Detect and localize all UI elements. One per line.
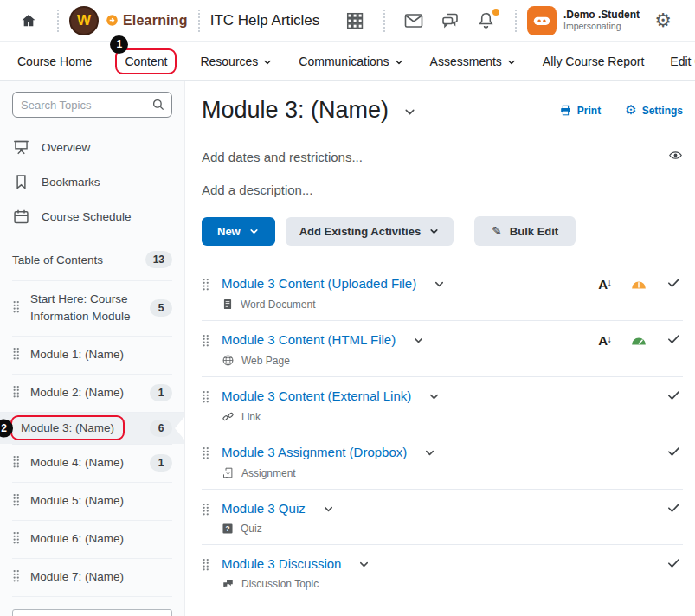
- header-separator: [57, 10, 59, 32]
- drag-handle-icon: [12, 454, 20, 470]
- sidebar-module-module-6-name-[interactable]: Module 6: (Name): [12, 520, 172, 558]
- search-input[interactable]: [12, 92, 172, 118]
- download-alternative-formats-icon[interactable]: A↓: [598, 333, 611, 348]
- sidebar-module-module-3-name-[interactable]: 2Module 3: (Name)6: [0, 412, 184, 444]
- content-item-link[interactable]: Module 3 Content (Uploaded File): [222, 276, 416, 291]
- item-actions-chevron-icon[interactable]: [428, 390, 441, 407]
- add-dates-restrictions[interactable]: Add dates and restrictions...: [202, 150, 363, 164]
- mail-icon[interactable]: [402, 10, 425, 32]
- drag-handle-icon: [202, 502, 209, 517]
- content-item-row: Module 3 DiscussionDiscussion Topic: [202, 545, 683, 600]
- chevron-down-icon: [506, 57, 517, 67]
- item-actions-chevron-icon[interactable]: [322, 503, 335, 519]
- ally-score-gauge-icon: [631, 336, 647, 345]
- title-actions-chevron-icon[interactable]: [402, 105, 417, 123]
- sidebar-module-module-1-name-[interactable]: Module 1: (Name): [12, 336, 172, 374]
- ally-score-gauge-icon: [631, 279, 647, 289]
- course-navbar: Course HomeContent1ResourcesCommunicatio…: [0, 42, 695, 81]
- content-item-link[interactable]: Module 3 Content (HTML File): [222, 332, 396, 347]
- toc-count-badge: 13: [145, 251, 172, 268]
- university-logo[interactable]: W: [69, 6, 99, 35]
- content-type-label: Quiz: [241, 523, 262, 535]
- completion-check-icon: [666, 275, 681, 290]
- completion-check: [666, 555, 681, 574]
- sidebar-module-start-here-course-information-module[interactable]: Start Here: Course Information Module5: [12, 280, 172, 336]
- nav-item-edit-course[interactable]: Edit Course: [670, 55, 695, 68]
- user-avatar-impersonation-icon[interactable]: [527, 6, 557, 35]
- bookmark-icon: [12, 173, 30, 191]
- nav-item-ally-course-report[interactable]: Ally Course Report: [543, 55, 645, 68]
- brand-arrow-icon: [106, 14, 119, 27]
- drag-handle-icon: [202, 277, 209, 292]
- notifications-bell-icon[interactable]: [475, 10, 498, 32]
- sidebar-module-module-7-name-[interactable]: Module 7: (Name): [12, 558, 172, 597]
- new-button[interactable]: New: [202, 217, 275, 246]
- settings-button[interactable]: ⚙ Settings: [625, 104, 683, 117]
- chevron-down-icon: [428, 390, 441, 403]
- print-button[interactable]: Print: [559, 104, 601, 117]
- drag-handle-icon: [202, 333, 209, 349]
- sidebar-item-course-schedule[interactable]: Course Schedule: [12, 199, 172, 234]
- link-icon: [222, 410, 235, 423]
- content-item-link[interactable]: Module 3 Quiz: [222, 501, 306, 516]
- module-content-panel: Module 3: (Name) Print ⚙ Settings Add da…: [185, 81, 695, 616]
- admin-gear-icon[interactable]: ⚙: [652, 10, 674, 32]
- sidebar-item-bookmarks[interactable]: Bookmarks: [12, 164, 172, 199]
- module-count-badge: 5: [150, 299, 172, 317]
- drag-handle-icon: [202, 389, 209, 405]
- chevron-down-icon: [423, 446, 436, 459]
- annotation-highlight-box: Content1: [115, 48, 177, 74]
- bulk-edit-button[interactable]: ✎ Bulk Edit: [474, 216, 576, 246]
- app-grid-icon[interactable]: [344, 10, 366, 32]
- brand-label: Elearning: [123, 13, 188, 29]
- drag-handle-icon: [202, 446, 209, 461]
- item-actions-chevron-icon[interactable]: [433, 278, 446, 294]
- content-item-link[interactable]: Module 3 Assignment (Dropbox): [222, 445, 407, 459]
- content-item-row: Module 3 Assignment (Dropbox)Assignment: [202, 433, 683, 490]
- chat-icon[interactable]: [439, 10, 461, 32]
- svg-text:?: ?: [226, 525, 230, 533]
- sidebar-item-overview[interactable]: Overview: [12, 130, 172, 164]
- ally-accessibility-score-orange[interactable]: [631, 277, 647, 292]
- nav-item-content[interactable]: Content1: [118, 53, 174, 70]
- chevron-down-icon: [322, 503, 335, 516]
- page-org-title: ITC Help Articles: [210, 12, 320, 29]
- download-alternative-formats-icon[interactable]: A↓: [598, 277, 611, 292]
- content-type-label: Discussion Topic: [241, 578, 319, 590]
- discussion-icon: [222, 578, 235, 590]
- chevron-down-icon: [248, 226, 260, 237]
- home-icon[interactable]: [17, 10, 40, 32]
- sidebar-module-module-2-name-[interactable]: Module 2: (Name)1: [12, 374, 172, 412]
- module-count-badge: 1: [150, 384, 172, 401]
- add-description[interactable]: Add a description...: [202, 183, 312, 197]
- notification-dot: [492, 9, 499, 16]
- content-type-label: Web Page: [241, 355, 290, 367]
- elearning-brand[interactable]: Elearning: [106, 13, 188, 29]
- table-of-contents-header[interactable]: Table of Contents 13: [12, 247, 172, 272]
- add-existing-activities-button[interactable]: Add Existing Activities: [286, 217, 454, 246]
- add-module-input[interactable]: [12, 609, 172, 616]
- sidebar-module-module-5-name-[interactable]: Module 5: (Name): [12, 482, 172, 520]
- item-actions-chevron-icon[interactable]: [412, 334, 425, 350]
- annotation-step-badge: 1: [110, 35, 128, 54]
- content-item-link[interactable]: Module 3 Content (External Link): [222, 388, 411, 403]
- header-separator: [383, 10, 385, 32]
- item-actions-chevron-icon[interactable]: [423, 446, 436, 463]
- drag-handle-icon: [12, 346, 20, 362]
- ally-accessibility-score-green[interactable]: [631, 333, 647, 349]
- visibility-eye-icon[interactable]: [668, 148, 683, 166]
- drag-handle-icon: [12, 568, 20, 584]
- nav-item-resources[interactable]: Resources: [200, 55, 273, 68]
- content-item-link[interactable]: Module 3 Discussion: [222, 556, 341, 571]
- completion-check: [666, 444, 681, 462]
- search-icon[interactable]: [151, 97, 166, 116]
- sidebar-module-module-4-name-[interactable]: Module 4: (Name)1: [12, 444, 172, 482]
- nav-item-assessments[interactable]: Assessments: [430, 55, 517, 68]
- app-header: W Elearning ITC Help Articles .Demo .Stu…: [0, 0, 695, 42]
- item-actions-chevron-icon[interactable]: [357, 558, 370, 574]
- user-menu[interactable]: .Demo .Student Impersonating: [563, 9, 640, 32]
- content-type-label: Assignment: [241, 467, 296, 479]
- drag-handle-icon: [12, 492, 20, 508]
- nav-item-communications[interactable]: Communications: [299, 55, 403, 68]
- nav-item-course-home[interactable]: Course Home: [17, 55, 92, 68]
